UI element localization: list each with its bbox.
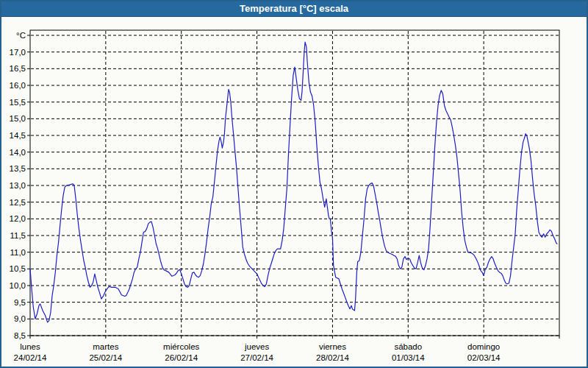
x-date-label: 01/03/14 xyxy=(392,353,425,362)
y-tick-label: 13,5 xyxy=(10,164,26,173)
y-tick-label: 13,0 xyxy=(10,181,26,190)
x-day-label: sábado xyxy=(394,342,422,351)
y-tick-label: 17,0 xyxy=(10,48,26,57)
plot-area: 8,59,09,510,010,511,011,512,012,513,013,… xyxy=(1,17,587,367)
x-date-label: 28/02/14 xyxy=(316,353,349,362)
y-tick-label: 10,5 xyxy=(10,264,26,273)
x-date-label: 25/02/14 xyxy=(89,353,122,362)
x-date-label: 02/03/14 xyxy=(467,353,501,362)
title-bar: Temperatura [°C] escala xyxy=(1,1,587,17)
y-tick-label: 15,0 xyxy=(10,114,26,123)
y-tick-label: 11,0 xyxy=(10,248,26,257)
y-tick-label: 11,5 xyxy=(10,231,26,240)
x-date-label: 24/02/14 xyxy=(14,353,47,362)
chart-window: Temperatura [°C] escala 8,59,09,510,010,… xyxy=(0,0,588,368)
temperature-chart: 8,59,09,510,010,511,011,512,012,513,013,… xyxy=(1,17,587,367)
y-tick-label: 14,0 xyxy=(10,148,26,157)
plot-frame xyxy=(30,30,559,336)
x-day-label: martes xyxy=(93,342,118,351)
x-day-label: lunes xyxy=(20,342,40,351)
gridlines xyxy=(31,31,559,336)
temperature-series-line xyxy=(30,42,557,322)
x-day-label: jueves xyxy=(244,342,269,351)
y-axis-unit-label: °C xyxy=(16,31,26,40)
x-axis-labels: lunes24/02/14martes25/02/14miércoles26/0… xyxy=(14,342,501,362)
x-date-label: 26/02/14 xyxy=(165,353,198,362)
y-tick-label: 12,5 xyxy=(10,198,26,207)
y-tick-label: 16,0 xyxy=(10,81,26,90)
x-day-label: viernes xyxy=(319,342,346,351)
y-tick-label: 15,5 xyxy=(10,98,26,107)
y-axis-labels: 8,59,09,510,010,511,011,512,012,513,013,… xyxy=(10,31,26,340)
y-tick-label: 9,5 xyxy=(14,298,26,307)
x-date-label: 27/02/14 xyxy=(240,353,273,362)
y-tick-label: 16,5 xyxy=(10,64,26,73)
axis-ticks xyxy=(27,35,559,339)
x-day-label: miércoles xyxy=(163,342,199,351)
chart-title: Temperatura [°C] escala xyxy=(240,1,348,16)
y-tick-label: 14,5 xyxy=(10,131,26,140)
y-tick-label: 10,0 xyxy=(10,281,26,290)
y-tick-label: 9,0 xyxy=(14,314,26,323)
y-tick-label: 8,5 xyxy=(14,331,26,340)
y-tick-label: 12,0 xyxy=(10,214,26,223)
x-day-label: domingo xyxy=(467,342,500,351)
